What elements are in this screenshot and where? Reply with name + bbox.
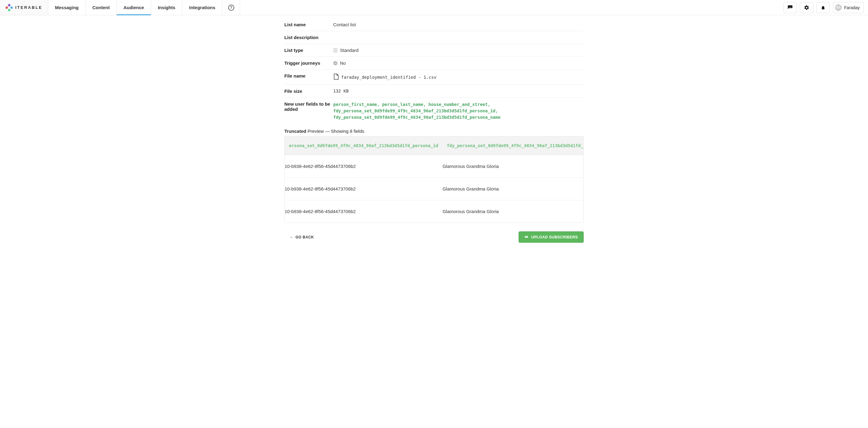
go-back-label: GO BACK (296, 235, 314, 239)
main-content: List name Contact list List description … (284, 15, 584, 252)
cell-persona-id: 10-b938-4e62-8f56-45d4473706b2 (285, 200, 442, 223)
label-list-name: List name (284, 22, 333, 27)
nav-tab-label: Integrations (189, 5, 215, 10)
column-persona-id: ersona_set_0d9fde99_4f9c_4834_96af_213bd… (285, 136, 442, 155)
avatar: RA (835, 4, 842, 11)
row-list-name: List name Contact list (284, 18, 584, 31)
cloud-upload-icon (524, 235, 529, 239)
nav-tab-label: Messaging (55, 5, 79, 10)
top-nav: ITERABLE Messaging Content Audience Insi… (0, 0, 868, 15)
row-file-size: File size 132 KB (284, 85, 584, 98)
nav-tab-insights[interactable]: Insights (151, 0, 183, 15)
label-file-size: File size (284, 89, 333, 94)
bell-icon (821, 5, 826, 10)
brand-name: ITERABLE (15, 5, 42, 10)
footer-actions: ← GO BACK UPLOAD SUBSCRIBERS (284, 231, 584, 243)
nav-tab-integrations[interactable]: Integrations (182, 0, 222, 15)
notifications-button[interactable] (816, 2, 830, 13)
nav-tab-label: Content (93, 5, 110, 10)
label-list-description: List description (284, 35, 333, 40)
cell-persona-name: Glamorous Grandma Gloria (442, 200, 584, 223)
upload-label: UPLOAD SUBSCRIBERS (531, 235, 578, 239)
value-file-size: 132 KB (333, 89, 584, 93)
avatar-initials: RA (836, 6, 840, 9)
list-icon (333, 48, 338, 52)
value-new-fields-text: person_first_name, person_last_name, hou… (333, 101, 584, 121)
value-file-name: faraday_deployment_identified - 1.csv (333, 73, 584, 81)
brand-logo[interactable]: ITERABLE (0, 0, 48, 15)
table-row: 10-b938-4e62-8f56-45d4473706b2 Glamorous… (285, 178, 584, 200)
nav-tab-label: Audience (123, 5, 144, 10)
cell-persona-name: Glamorous Grandma Gloria (442, 155, 584, 178)
gear-icon (804, 5, 809, 10)
go-back-button[interactable]: ← GO BACK (284, 235, 314, 239)
cell-persona-id: 10-b938-4e62-8f56-45d4473706b2 (285, 178, 442, 200)
user-menu[interactable]: RA Faraday (833, 2, 864, 13)
value-trigger-journeys: – No (333, 60, 584, 66)
row-list-type: List type Standard (284, 44, 584, 57)
value-list-type-text: Standard (340, 47, 359, 53)
preview-header-bold: Truncated (284, 129, 306, 134)
table-row: 10-b938-4e62-8f56-45d4473706b2 Glamorous… (285, 155, 584, 178)
label-trigger-journeys: Trigger journeys (284, 60, 333, 66)
preview-table: ersona_set_0d9fde99_4f9c_4834_96af_213bd… (284, 136, 584, 223)
cell-persona-name: Glamorous Grandma Gloria (442, 178, 584, 200)
help-button[interactable]: ? (222, 0, 240, 15)
value-trigger-journeys-text: No (340, 60, 346, 66)
nav-tab-audience[interactable]: Audience (117, 0, 151, 15)
minus-circle-icon: – (333, 61, 338, 65)
nav-tab-messaging[interactable]: Messaging (48, 0, 86, 15)
label-list-type: List type (284, 47, 333, 53)
value-file-name-text: faraday_deployment_identified - 1.csv (341, 75, 436, 80)
row-new-fields: New user fields to be added person_first… (284, 98, 584, 124)
chat-button[interactable] (783, 2, 797, 13)
help-icon: ? (228, 5, 234, 11)
value-list-type: Standard (333, 47, 584, 53)
column-persona-name: fdy_persona_set_0d9fde99_4f9c_4834_96af_… (442, 136, 584, 155)
value-list-name: Contact list (333, 22, 584, 27)
nav-tab-label: Insights (158, 5, 176, 10)
nav-tab-content[interactable]: Content (86, 0, 117, 15)
topbar-right: RA Faraday (779, 0, 868, 15)
preview-header: Truncated Preview — Showing 8 fields (284, 124, 584, 136)
user-name: Faraday (844, 5, 860, 10)
upload-subscribers-button[interactable]: UPLOAD SUBSCRIBERS (519, 231, 584, 243)
row-trigger-journeys: Trigger journeys – No (284, 57, 584, 70)
row-list-description: List description (284, 31, 584, 44)
label-file-name: File name (284, 73, 333, 78)
value-new-fields: person_first_name, person_last_name, hou… (333, 101, 584, 121)
label-new-fields: New user fields to be added (284, 101, 333, 112)
nav-tabs: Messaging Content Audience Insights Inte… (48, 0, 222, 15)
brand-logo-icon (5, 4, 13, 11)
settings-button[interactable] (800, 2, 813, 13)
row-file-name: File name faraday_deployment_identified … (284, 70, 584, 85)
preview-header-text: Preview — Showing 8 fields (306, 129, 364, 134)
cell-persona-id: 10-b938-4e62-8f56-45d4473706b2 (285, 155, 442, 178)
file-icon (333, 73, 339, 81)
chat-icon (787, 5, 793, 10)
table-row: 10-b938-4e62-8f56-45d4473706b2 Glamorous… (285, 200, 584, 223)
arrow-left-icon: ← (290, 235, 294, 239)
